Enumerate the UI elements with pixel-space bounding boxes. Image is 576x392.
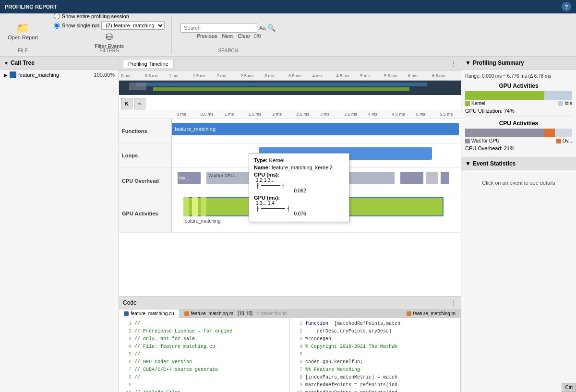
cpu-bar-display xyxy=(465,129,572,137)
previous-button[interactable]: Previous xyxy=(195,33,219,39)
event-collapse-icon[interactable]: ▼ xyxy=(465,160,471,167)
right-panel: ▼ Profiling Summary Range: 0.000 ms ~ 6.… xyxy=(461,57,576,392)
tab-m2-label: feature_matching.m xyxy=(413,311,456,316)
code-section: Code ⋮ feature_matching.cu feature_match… xyxy=(119,296,461,392)
tooltip-type-value: Kernel xyxy=(269,157,285,163)
tab-m-label: feature_matching.m - [10-10] xyxy=(191,311,252,316)
radio-entire-session-input[interactable] xyxy=(54,13,60,19)
divider xyxy=(465,116,572,116)
right-code-pane[interactable]: 1function [matchedRefPoints,match 2 refD… xyxy=(290,318,461,392)
gpu-legend: Kernel Idle xyxy=(465,101,572,106)
tooltip-cpu-range: 1.2 1.3... xyxy=(256,178,344,183)
cpu-bar-right3[interactable] xyxy=(441,172,449,184)
radio-single-run[interactable]: Show single run (2) feature_matching xyxy=(54,21,165,30)
item-percent: 100.00% xyxy=(94,72,115,78)
tab-m-file2[interactable]: feature_matching.m xyxy=(402,309,461,318)
timeline-header: Profiling Timeline ⋮ xyxy=(119,57,461,71)
code-line: 2// Prerelease License - for engine xyxy=(121,328,288,335)
loops-row: Loops Type: Kernel Name: feature_matchin… xyxy=(119,143,461,168)
event-stats-header: ▼ Event Statistics xyxy=(461,157,576,170)
idle-legend-label: Idle xyxy=(564,101,572,106)
timeline-menu-icon[interactable]: ⋮ xyxy=(450,60,457,68)
idle-legend-dot xyxy=(558,101,563,106)
search-icon[interactable]: 🔍 xyxy=(267,24,276,32)
search-input-row: Aa 🔍 xyxy=(180,23,276,33)
cpu-bar-right1[interactable] xyxy=(400,172,423,184)
profiling-timeline-tab[interactable]: Profiling Timeline xyxy=(123,59,174,68)
summary-collapse-icon[interactable]: ▼ xyxy=(465,59,471,66)
tooltip-cpu-row: CPU (ms): 1.2 1.3... ├┤ 0.062 xyxy=(254,172,344,193)
code-line: 7// CUDA/C/C++ source generate xyxy=(121,366,288,374)
mini-timeline[interactable] xyxy=(119,81,461,95)
tooltip: Type: Kernel Name: feature_matching_kern… xyxy=(249,153,349,222)
radio-group: Show entire profiling session Show singl… xyxy=(54,13,165,30)
cpu-bar-wait[interactable]: Wa... xyxy=(178,172,201,184)
clear-button[interactable]: Clear xyxy=(236,33,252,39)
code-header: Code ⋮ xyxy=(119,297,461,309)
list-ctrl-btn[interactable]: ≡ xyxy=(134,98,145,109)
filters-section-label: FILTERS xyxy=(47,48,171,53)
gpu-bar-display xyxy=(465,91,572,100)
code-line: 1// xyxy=(121,320,288,328)
filter-events-button[interactable]: ⛁ Filter Events xyxy=(95,32,124,49)
cpu-legend: Wait for GPU Ov... xyxy=(465,138,572,143)
cpu-overhead-label: CPU Overhead xyxy=(119,168,172,194)
profiling-summary-header: ▼ Profiling Summary xyxy=(461,57,576,70)
code-menu-icon[interactable]: ⋮ xyxy=(450,299,457,307)
tab-cu-file[interactable]: feature_matching.cu xyxy=(119,309,180,318)
loops-content[interactable]: Type: Kernel Name: feature_matching_kern… xyxy=(172,143,461,167)
file-section: 📁 Open Report FILE xyxy=(3,15,43,54)
tooltip-gpu-label: GPU (ms): xyxy=(254,195,280,201)
left-code-pane[interactable]: 1// 2// Prerelease License - for engine … xyxy=(119,318,290,392)
search-counter: 0/0 xyxy=(253,33,261,39)
code-line: 10// Include Files xyxy=(121,389,288,392)
second-ruler: 0 ms 0.5 ms 1 ms 1.5 ms 2 ms 2.5 ms 3 ms… xyxy=(119,109,461,119)
summary-content: Range: 0.000 ms ~ 6.776 ms (Δ 6.78 ms GP… xyxy=(461,70,576,157)
gpu-kernel-segment xyxy=(465,91,544,100)
tab-cu-label: feature_matching.cu xyxy=(131,311,174,316)
call-tree-panel: ▼ Call Tree ▶ feature_matching 100.00% xyxy=(0,57,119,392)
feature-matching-bar[interactable]: feature_matching xyxy=(172,123,459,135)
radio-entire-session[interactable]: Show entire profiling session xyxy=(54,13,165,19)
cpu-bar-right2[interactable] xyxy=(426,172,438,184)
search-section: Aa 🔍 Previous Next Clear 0/0 SEARCH xyxy=(176,15,280,54)
list-item[interactable]: ▶ feature_matching 100.00% xyxy=(0,70,119,80)
code-line: 6// GPU Coder version xyxy=(121,358,288,366)
code-tabs: feature_matching.cu feature_matching.m -… xyxy=(119,309,461,318)
cpu-util-text: CPU Overhead: 21% xyxy=(465,145,572,151)
tab-m-dot xyxy=(184,311,189,316)
gpu-small-bar2 xyxy=(201,197,206,216)
run-select[interactable]: (2) feature_matching xyxy=(101,21,165,30)
code-line: 6coder.gpu.kernelfun; xyxy=(292,358,458,366)
event-stats-title: Event Statistics xyxy=(473,160,516,167)
next-button[interactable]: Next xyxy=(221,33,235,39)
code-line: 7%% Feature Matching xyxy=(292,366,458,374)
code-line: 9 xyxy=(121,381,288,389)
code-line: 5// xyxy=(121,351,288,358)
cpu-ov-legend-label: Ov... xyxy=(563,138,572,143)
radio-single-run-input[interactable] xyxy=(54,23,60,29)
cpu-ov-segment xyxy=(544,129,555,137)
tab-m2-dot xyxy=(407,311,411,316)
expand-icon[interactable]: ▶ xyxy=(4,72,8,78)
tooltip-type-row: Type: Kernel xyxy=(254,157,344,163)
tab-m-file[interactable]: feature_matching.m - [10-10] 4 traces fo… xyxy=(180,309,402,318)
keyboard-ctrl-btn[interactable]: K xyxy=(121,98,132,109)
item-label: feature_matching xyxy=(18,72,92,78)
cpu-wait-legend: Wait for GPU xyxy=(465,138,500,143)
collapse-arrow-icon[interactable]: ▼ xyxy=(4,60,9,66)
code-line: 4// File: feature_matching.cu xyxy=(121,343,288,351)
functions-content[interactable]: feature_matching xyxy=(172,119,461,143)
help-button[interactable]: ? xyxy=(562,2,571,12)
code-title: Code xyxy=(123,299,137,306)
event-stats-message: Click on an event to see details xyxy=(482,180,555,186)
timeline-body[interactable]: K ≡ 0 ms 0.5 ms 1 ms 1.5 ms 2 ms 2.5 ms … xyxy=(119,95,461,296)
open-report-label: Open Report xyxy=(8,35,38,40)
open-report-button[interactable]: 📁 Open Report xyxy=(8,22,38,40)
code-line: 3%#codegen xyxy=(292,335,458,343)
filter-icon: ⛁ xyxy=(106,32,113,42)
cpu-wait-legend-label: Wait for GPU xyxy=(471,138,500,143)
search-input[interactable] xyxy=(180,23,257,33)
code-line: 5 xyxy=(292,351,458,358)
tooltip-gpu-range: 1.3... 1.4 xyxy=(256,201,344,206)
